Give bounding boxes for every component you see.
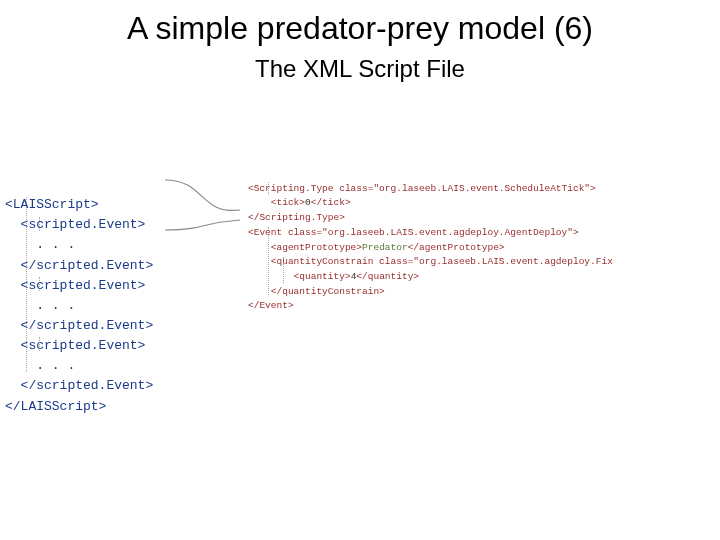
xml-tag: </scripted.Event> [5,258,153,273]
ellipsis: . . . [5,298,75,313]
ellipsis: . . . [5,358,75,373]
xml-tag: <scripted.Event> [5,278,145,293]
ellipsis: . . . [5,237,75,252]
xml-tag: </scripted.Event> [5,318,153,333]
xml-tag: </Event> [248,300,294,311]
xml-tag: </Scripting.Type> [248,212,345,223]
xml-tag: </quantity> [356,271,419,282]
xml-tag: <quantityConstrain class="org.laseeb.LAI… [248,256,613,267]
xml-tag: </LAISScript> [5,399,106,414]
xml-text: Predator [362,242,408,253]
xml-tag: </quantityConstrain> [248,286,385,297]
xml-tag: <tick> [248,197,305,208]
xml-tag: <LAISScript> [5,197,99,212]
callout-brace [145,155,255,355]
xml-tag: </tick> [311,197,351,208]
xml-tag: <quantity> [248,271,351,282]
xml-tag: <agentPrototype> [248,242,362,253]
xml-tag: </scripted.Event> [5,378,153,393]
xml-tag: <Scripting.Type class="org.laseeb.LAIS.e… [248,183,596,194]
xml-tag: </agentPrototype> [408,242,505,253]
left-xml-block: <LAISScript> <scripted.Event> . . . </sc… [5,175,153,417]
xml-tag: <Event class="org.laseeb.LAIS.event.agde… [248,227,579,238]
slide-subtitle: The XML Script File [0,55,720,83]
right-xml-block: <Scripting.Type class="org.laseeb.LAIS.e… [248,167,613,314]
xml-tag: <scripted.Event> [5,338,145,353]
slide-title: A simple predator-prey model (6) [0,10,720,47]
xml-tag: <scripted.Event> [5,217,145,232]
